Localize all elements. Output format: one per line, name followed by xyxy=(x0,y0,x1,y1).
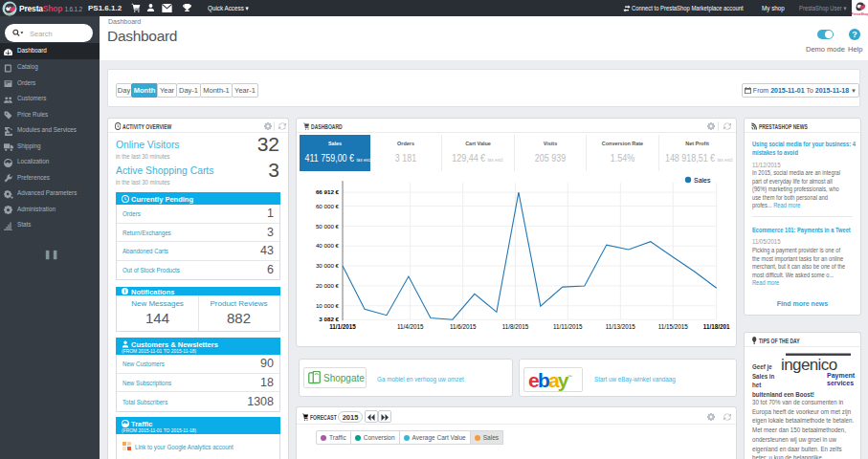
svg-text:11/11/2015: 11/11/2015 xyxy=(553,323,583,330)
svg-text:66 912 €: 66 912 € xyxy=(316,188,340,195)
svg-text:40 000 €: 40 000 € xyxy=(316,242,340,249)
svg-text:11/8/2015: 11/8/2015 xyxy=(502,323,529,330)
svg-text:50 000 €: 50 000 € xyxy=(316,223,340,230)
svg-text:ingenico: ingenico xyxy=(781,356,837,373)
svg-text:20 000 €: 20 000 € xyxy=(316,282,340,289)
svg-text:10 000 €: 10 000 € xyxy=(316,302,340,309)
svg-text:11/4/2015: 11/4/2015 xyxy=(397,323,424,330)
svg-text:30 000 €: 30 000 € xyxy=(316,262,340,269)
svg-text:11/6/2015: 11/6/2015 xyxy=(450,323,477,330)
svg-text:Sales: Sales xyxy=(694,177,711,184)
svg-text:60 000 €: 60 000 € xyxy=(316,203,340,209)
svg-text:11/15/2015: 11/15/2015 xyxy=(658,323,689,330)
svg-text:3 082 €: 3 082 € xyxy=(319,316,339,322)
svg-text:11/18/201: 11/18/201 xyxy=(703,323,730,330)
svg-text:11/1/2015: 11/1/2015 xyxy=(329,323,356,330)
svg-text:PrestaShop: PrestaShop xyxy=(852,12,868,16)
svg-text:11/13/2015: 11/13/2015 xyxy=(606,323,636,330)
